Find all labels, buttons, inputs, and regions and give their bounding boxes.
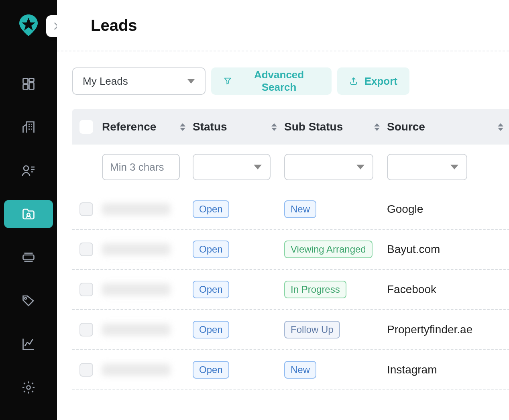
sidebar-item-leads[interactable] [4, 200, 53, 228]
svg-rect-4 [29, 83, 34, 90]
leads-table: Reference Status Sub Status Source [72, 109, 509, 390]
row-checkbox[interactable] [79, 243, 93, 256]
toolbar: My Leads Advanced Search Export [57, 51, 509, 95]
filter-sub-status-select[interactable] [284, 154, 373, 180]
row-checkbox[interactable] [79, 323, 93, 336]
page-title: Leads [91, 16, 137, 35]
sort-icon [374, 123, 380, 131]
source-cell: Bayut.com [387, 243, 509, 256]
analytics-icon [21, 337, 36, 351]
source-cell: Facebook [387, 283, 509, 296]
sidebar-item-tags[interactable] [4, 287, 53, 315]
reference-redacted [102, 203, 170, 215]
filter-status-select[interactable] [193, 154, 271, 180]
svg-point-9 [27, 213, 30, 216]
sidebar-item-analytics[interactable] [4, 330, 53, 358]
table-row[interactable]: OpenNewInstagram [72, 350, 509, 390]
sidebar-item-dashboard[interactable] [4, 70, 53, 98]
svg-rect-10 [23, 255, 34, 260]
sort-icon [180, 123, 185, 131]
reference-redacted [102, 324, 170, 336]
export-label: Export [364, 75, 397, 88]
filter-icon [223, 76, 232, 86]
table-row[interactable]: OpenViewing ArrangedBayut.com [72, 230, 509, 270]
column-header-source-label: Source [387, 120, 425, 133]
sort-icon [498, 123, 503, 131]
view-select[interactable]: My Leads [72, 67, 206, 95]
source-cell: Propertyfinder.ae [387, 323, 509, 336]
column-header-sub-status-label: Sub Status [284, 120, 343, 133]
sub-status-badge: In Progress [284, 281, 346, 298]
sub-status-badge: New [284, 200, 316, 218]
chevron-down-icon [356, 165, 364, 169]
column-header-reference-label: Reference [102, 120, 156, 133]
table-row[interactable]: OpenFollow UpPropertyfinder.ae [72, 310, 509, 350]
status-badge: Open [193, 361, 229, 379]
status-badge: Open [193, 241, 229, 258]
view-select-label: My Leads [83, 75, 128, 88]
svg-rect-2 [29, 79, 34, 82]
sort-icon [271, 123, 277, 131]
table-row[interactable]: OpenNewGoogle [72, 190, 509, 230]
sidebar-item-buildings[interactable] [4, 113, 53, 141]
contacts-icon [21, 163, 36, 178]
filter-source-select[interactable] [387, 154, 467, 180]
reference-redacted [102, 243, 170, 255]
sub-status-badge: New [284, 361, 316, 379]
row-checkbox[interactable] [79, 202, 93, 216]
page-header: Leads [57, 0, 509, 51]
status-badge: Open [193, 200, 229, 218]
column-header-reference[interactable]: Reference [102, 120, 193, 133]
reference-redacted [102, 283, 170, 296]
sidebar-item-settings[interactable] [4, 373, 53, 402]
svg-point-13 [24, 298, 26, 300]
svg-rect-3 [23, 85, 28, 90]
svg-rect-1 [23, 79, 28, 84]
main-content: Leads My Leads Advanced Search Export [57, 0, 509, 420]
column-header-status[interactable]: Status [193, 120, 284, 133]
column-header-source[interactable]: Source [387, 120, 509, 133]
source-cell: Instagram [387, 363, 509, 376]
sub-status-badge: Viewing Arranged [284, 241, 373, 258]
reference-redacted [102, 364, 170, 376]
table-row[interactable]: OpenIn ProgressFacebook [72, 270, 509, 310]
status-badge: Open [193, 321, 229, 338]
sidebar [0, 0, 57, 420]
card-icon [21, 250, 36, 265]
source-cell: Google [387, 203, 509, 216]
column-header-status-label: Status [193, 120, 227, 133]
advanced-search-label: Advanced Search [238, 69, 320, 94]
gear-icon [21, 380, 36, 395]
chevron-down-icon [187, 79, 195, 84]
row-checkbox[interactable] [79, 363, 93, 377]
export-icon [349, 76, 358, 86]
select-all-checkbox[interactable] [79, 120, 93, 134]
buildings-icon [21, 120, 36, 135]
filter-row [72, 145, 509, 190]
row-checkbox[interactable] [79, 283, 93, 296]
dashboard-icon [21, 77, 36, 91]
filter-reference-input[interactable] [102, 154, 180, 180]
app-logo [16, 13, 41, 38]
advanced-search-button[interactable]: Advanced Search [211, 67, 332, 95]
sidebar-nav [0, 70, 57, 402]
svg-point-14 [27, 386, 31, 389]
sidebar-item-cards[interactable] [4, 243, 53, 271]
export-button[interactable]: Export [337, 67, 409, 95]
table-header: Reference Status Sub Status Source [72, 109, 509, 145]
tag-icon [21, 294, 36, 308]
sidebar-item-contacts[interactable] [4, 157, 53, 185]
chevron-down-icon [254, 165, 262, 169]
column-header-sub-status[interactable]: Sub Status [284, 120, 387, 133]
sub-status-badge: Follow Up [284, 321, 340, 338]
status-badge: Open [193, 281, 229, 298]
chevron-down-icon [450, 165, 458, 169]
svg-point-5 [24, 166, 29, 171]
leads-folder-icon [21, 207, 36, 221]
